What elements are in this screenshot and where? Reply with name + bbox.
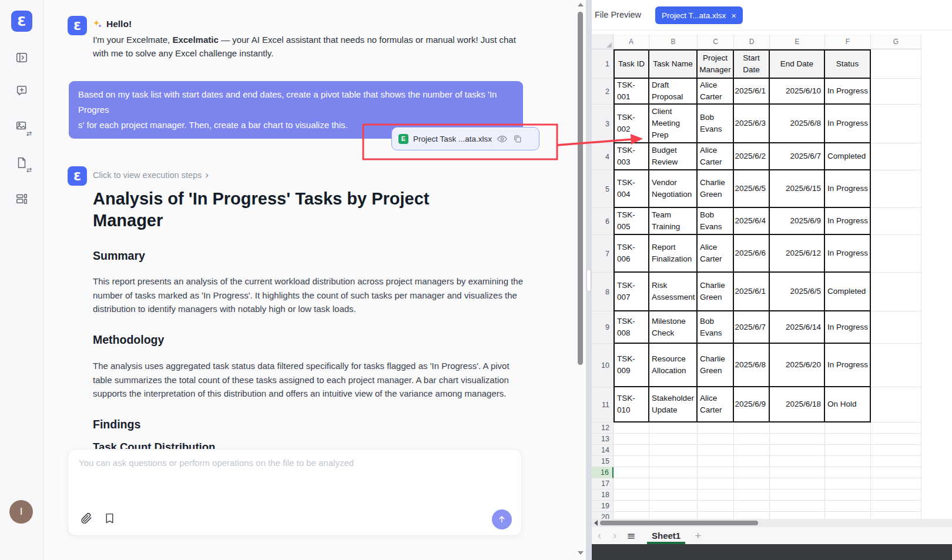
sheet-cell-empty[interactable]	[871, 344, 921, 387]
sheet-cell[interactable]: Alice Carter	[698, 79, 734, 105]
column-header-D[interactable]: D	[734, 34, 770, 49]
sheet-cell-empty[interactable]	[698, 501, 734, 512]
sheet-cell-empty[interactable]	[871, 79, 921, 105]
row-header-19[interactable]: 19	[592, 501, 614, 512]
sheet-cell[interactable]: TSK-005	[614, 208, 649, 235]
sheet-cell[interactable]: 2025/6/7	[734, 311, 770, 344]
sheet-cell-empty[interactable]	[871, 422, 921, 434]
sheet-cell[interactable]: Bob Evans	[698, 105, 734, 143]
sheet-cell[interactable]: 2025/6/7	[770, 143, 825, 170]
sheet-cell[interactable]: 2025/6/14	[770, 311, 825, 344]
chat-scrollbar-thumb[interactable]	[578, 12, 583, 365]
new-chat-icon[interactable]	[15, 84, 29, 98]
collapse-panel-icon[interactable]	[15, 51, 29, 65]
sheet-cell-empty[interactable]	[770, 456, 825, 467]
sheet-cell[interactable]: In Progress	[825, 208, 871, 235]
sheet-cell[interactable]: 2025/6/5	[734, 170, 770, 208]
sheet-cell-empty[interactable]	[770, 512, 825, 519]
row-header-6[interactable]: 6	[592, 208, 614, 235]
row-header-3[interactable]: 3	[592, 105, 614, 143]
sheet-cell-empty[interactable]	[825, 445, 871, 456]
image-convert-icon[interactable]: ⇄	[15, 120, 29, 134]
sheet-cell-empty[interactable]	[649, 489, 698, 501]
sheet-cell-empty[interactable]	[649, 456, 698, 467]
sheet-cell[interactable]: In Progress	[825, 170, 871, 208]
sheet-cell-empty[interactable]	[734, 456, 770, 467]
sheet-cell-empty[interactable]	[770, 489, 825, 501]
send-button[interactable]	[492, 509, 512, 529]
column-header-E[interactable]: E	[770, 34, 825, 49]
row-header-2[interactable]: 2	[592, 79, 614, 105]
select-all-corner[interactable]	[592, 34, 614, 49]
sheet-cell-empty[interactable]	[871, 311, 921, 344]
sheet-cell-header[interactable]: Start Date	[734, 49, 770, 79]
sheet-cell-empty[interactable]	[825, 434, 871, 445]
sheet-cell[interactable]: TSK-001	[614, 79, 649, 105]
sheet-cell[interactable]: 2025/6/9	[734, 387, 770, 422]
row-header-20[interactable]: 20	[592, 512, 614, 519]
column-header-F[interactable]: F	[825, 34, 871, 49]
column-header-B[interactable]: B	[649, 34, 698, 49]
sheet-cell-empty[interactable]	[614, 489, 649, 501]
sheet-cell-header[interactable]: Task ID	[614, 49, 649, 79]
row-header-17[interactable]: 17	[592, 478, 614, 489]
column-header-G[interactable]: G	[871, 34, 921, 49]
sheet-cell[interactable]: 2025/6/8	[734, 344, 770, 387]
sheet-cell[interactable]: 2025/6/3	[734, 105, 770, 143]
sheet-cell-header[interactable]: End Date	[770, 49, 825, 79]
column-header-A[interactable]: A	[614, 34, 649, 49]
sheet-cell[interactable]: 2025/6/4	[734, 208, 770, 235]
sheet-cell[interactable]: Charlie Green	[698, 344, 734, 387]
sheet-cell-empty[interactable]	[770, 478, 825, 489]
copy-icon[interactable]	[512, 134, 522, 144]
sheet-cell[interactable]: Alice Carter	[698, 143, 734, 170]
sheet-cell[interactable]: 2025/6/15	[770, 170, 825, 208]
sheet-cell-empty[interactable]	[649, 422, 698, 434]
sheet-cell-empty[interactable]	[871, 501, 921, 512]
column-header-C[interactable]: C	[698, 34, 734, 49]
sheet-cell[interactable]: TSK-004	[614, 170, 649, 208]
sheet-cell-empty[interactable]	[825, 489, 871, 501]
sheet-cell[interactable]: TSK-002	[614, 105, 649, 143]
scroll-left-arrow[interactable]	[594, 520, 598, 526]
file-convert-icon[interactable]: ⇄	[15, 156, 29, 170]
sheet-cell-empty[interactable]	[871, 489, 921, 501]
sheet-cell-empty[interactable]	[871, 49, 921, 79]
sheet-cell[interactable]: Draft Proposal	[649, 79, 698, 105]
execution-steps-toggle[interactable]: Click to view execution steps ›	[93, 170, 209, 180]
row-header-13[interactable]: 13	[592, 434, 614, 445]
sheet-cell[interactable]: In Progress	[825, 344, 871, 387]
chat-input[interactable]	[78, 457, 503, 506]
sheet-cell-empty[interactable]	[871, 478, 921, 489]
sheet-cell[interactable]: Vendor Negotiation	[649, 170, 698, 208]
sheet-cell-empty[interactable]	[614, 467, 649, 478]
sheet-cell[interactable]: Stakeholder Update	[649, 387, 698, 422]
sheet-cell-empty[interactable]	[871, 105, 921, 143]
row-header-16[interactable]: 16	[592, 467, 614, 478]
sheet-cell[interactable]: TSK-003	[614, 143, 649, 170]
user-avatar[interactable]: I	[9, 500, 33, 524]
prompt-library-icon[interactable]	[103, 512, 116, 527]
row-header-15[interactable]: 15	[592, 456, 614, 467]
sheet-cell-empty[interactable]	[614, 501, 649, 512]
preview-eye-icon[interactable]	[497, 133, 508, 145]
sheet-cell-empty[interactable]	[734, 445, 770, 456]
sheet-cell[interactable]: On Hold	[825, 387, 871, 422]
row-header-1[interactable]: 1	[592, 49, 614, 79]
sheet-cell-empty[interactable]	[698, 456, 734, 467]
sheet-cell-empty[interactable]	[698, 445, 734, 456]
sheet-cell-empty[interactable]	[871, 467, 921, 478]
sheet-cell-empty[interactable]	[770, 501, 825, 512]
row-header-7[interactable]: 7	[592, 235, 614, 273]
sheet-list-menu-icon[interactable]: ≡	[622, 529, 640, 542]
row-header-18[interactable]: 18	[592, 489, 614, 501]
sheet-cell[interactable]: 2025/6/12	[770, 235, 825, 273]
sheet-cell[interactable]: TSK-010	[614, 387, 649, 422]
sheet-cell-empty[interactable]	[698, 467, 734, 478]
sheet-prev-icon[interactable]: ‹	[592, 529, 607, 542]
sheet-cell-empty[interactable]	[614, 422, 649, 434]
sheet-cell[interactable]: 2025/6/2	[734, 143, 770, 170]
sheet-cell-empty[interactable]	[614, 512, 649, 519]
sheet-cell-empty[interactable]	[698, 478, 734, 489]
sheet-cell-empty[interactable]	[734, 422, 770, 434]
